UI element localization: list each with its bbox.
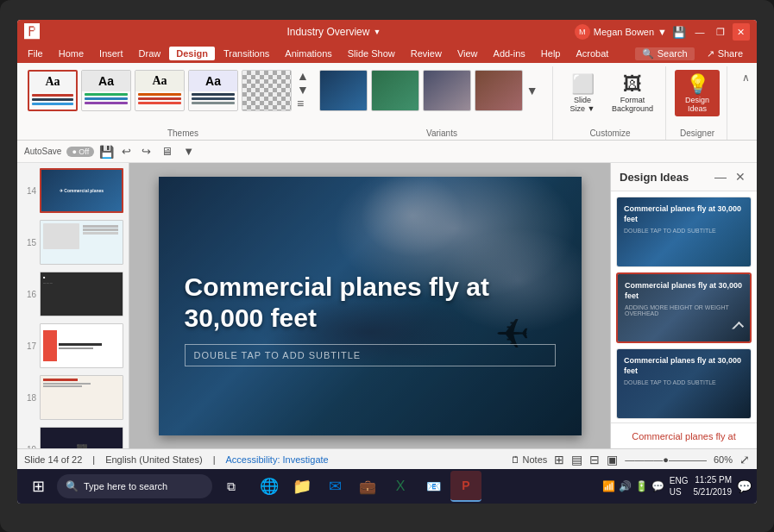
windows-start-button[interactable]: ⊞ bbox=[22, 471, 53, 502]
theme-swatch-3[interactable]: Aa bbox=[135, 70, 185, 111]
notes-button[interactable]: 🗒 Notes bbox=[511, 454, 548, 465]
design-ideas-list: Commercial planes fly at 30,000 feet DOU… bbox=[611, 191, 757, 422]
menu-add-ins[interactable]: Add-ins bbox=[487, 47, 532, 60]
view-slide-sorter-button[interactable]: ⊟ bbox=[589, 453, 600, 466]
menu-animations[interactable]: Animations bbox=[278, 47, 338, 60]
zoom-slider[interactable]: ————●———— bbox=[625, 454, 707, 465]
volume-icon[interactable]: 🔊 bbox=[619, 480, 632, 492]
search-label: Search bbox=[658, 48, 688, 59]
slide-thumb-17[interactable]: 17 bbox=[21, 322, 125, 370]
variant-swatch-1[interactable] bbox=[319, 70, 368, 111]
search-box[interactable]: 🔍 Search bbox=[635, 47, 695, 60]
autosave-toggle[interactable]: ● Off bbox=[66, 147, 94, 157]
redo-button[interactable]: ↪ bbox=[139, 144, 154, 159]
slide-canvas[interactable]: ✈ Commercial planes fly at 30,000 feet D… bbox=[129, 163, 610, 448]
menu-draw[interactable]: Draw bbox=[132, 47, 168, 60]
panel-minimize-button[interactable]: — bbox=[712, 170, 729, 184]
theme-swatch-1[interactable]: Aa bbox=[28, 70, 78, 111]
taskbar-app-explorer[interactable]: 📁 bbox=[286, 471, 318, 502]
variants-group: ▼ bbox=[312, 70, 538, 111]
more-commands[interactable]: ▼ bbox=[180, 144, 197, 159]
slide-subtitle[interactable]: DOUBLE TAP TO ADD SUBTITLE bbox=[194, 350, 546, 360]
menu-insert[interactable]: Insert bbox=[92, 47, 130, 60]
accessibility-status[interactable]: Accessibility: Investigate bbox=[226, 454, 329, 465]
themes-scroll-down[interactable]: ▼ bbox=[297, 84, 309, 96]
design-idea-card-3[interactable]: Commercial planes fly at 30,000 feet DOU… bbox=[616, 348, 752, 419]
format-bg-button[interactable]: 🖼 FormatBackground bbox=[607, 70, 658, 116]
menu-transitions[interactable]: Transitions bbox=[217, 47, 276, 60]
slide-thumb-15[interactable]: 15 bbox=[21, 218, 125, 266]
fit-window-button[interactable]: ⤢ bbox=[739, 453, 750, 466]
save-icon[interactable]: 💾 bbox=[670, 23, 688, 41]
theme-swatch-2[interactable]: Aa bbox=[81, 70, 131, 111]
slide-thumb-18[interactable]: 18 bbox=[21, 373, 125, 422]
menu-design[interactable]: Design bbox=[169, 47, 215, 60]
tray-icons: 📶 🔊 🔋 💬 bbox=[602, 480, 664, 492]
variant-swatch-3[interactable] bbox=[423, 70, 471, 111]
battery-icon[interactable]: 🔋 bbox=[635, 480, 648, 492]
menu-home[interactable]: Home bbox=[52, 47, 91, 60]
variant-swatch-4[interactable] bbox=[475, 70, 523, 111]
themes-more[interactable]: ≡ bbox=[297, 97, 309, 110]
menu-view[interactable]: View bbox=[450, 47, 485, 60]
notification-icon[interactable]: 💬 bbox=[651, 480, 664, 492]
design-ideas-button[interactable]: 💡 DesignIdeas bbox=[675, 70, 720, 116]
slide-thumb-16[interactable]: 16 ■ — — — bbox=[21, 270, 125, 318]
menu-acrobat[interactable]: Acrobat bbox=[569, 47, 615, 60]
slide-subtitle-box[interactable]: DOUBLE TAP TO ADD SUBTITLE bbox=[185, 344, 556, 366]
slide-img-15[interactable] bbox=[40, 220, 123, 265]
undo-button[interactable]: ↩ bbox=[119, 144, 134, 159]
taskbar-search[interactable]: 🔍 bbox=[57, 474, 212, 498]
restore-button[interactable]: ❐ bbox=[712, 23, 729, 41]
slide-thumb-19[interactable]: 19 ⬛⬛⬛⬛ bbox=[21, 425, 125, 448]
theme-swatch-4[interactable]: Aa bbox=[188, 70, 238, 111]
variants-scroll[interactable]: ▼ bbox=[526, 84, 538, 97]
panel-close-button[interactable]: ✕ bbox=[733, 170, 748, 184]
action-center-button[interactable]: 💬 bbox=[737, 479, 752, 493]
task-view-button[interactable]: ⧉ bbox=[216, 471, 247, 502]
design-idea-card-2[interactable]: Commercial planes fly at 30,000 feet ADD… bbox=[616, 272, 752, 343]
menu-file[interactable]: File bbox=[21, 47, 50, 60]
close-button[interactable]: ✕ bbox=[733, 23, 750, 41]
taskbar-app-excel[interactable]: X bbox=[385, 471, 416, 502]
view-normal-button[interactable]: ⊞ bbox=[554, 453, 564, 466]
view-reading-button[interactable]: ▣ bbox=[607, 453, 618, 466]
minimize-button[interactable]: — bbox=[691, 23, 708, 41]
slide-img-18[interactable] bbox=[40, 375, 123, 420]
slide-title[interactable]: Commercial planes fly at 30,000 feet bbox=[185, 272, 556, 334]
taskbar-app-powerpoint[interactable]: P bbox=[450, 471, 481, 502]
slide-thumb-14[interactable]: 14 ✈ Commercial planes bbox=[21, 166, 125, 215]
menu-review[interactable]: Review bbox=[404, 47, 449, 60]
taskbar-app-outlook[interactable]: 📧 bbox=[418, 471, 449, 502]
slide-img-14[interactable]: ✈ Commercial planes bbox=[40, 168, 123, 213]
taskbar-search-icon: 🔍 bbox=[66, 480, 79, 492]
present-icon[interactable]: 🖥 bbox=[159, 144, 175, 159]
design-idea-more[interactable]: Commercial planes fly at bbox=[611, 422, 757, 448]
taskbar-app-teams[interactable]: 💼 bbox=[352, 471, 383, 502]
taskbar-app-mail[interactable]: ✉ bbox=[319, 471, 350, 502]
themes-items: Aa Aa bbox=[28, 66, 545, 127]
taskbar-app-edge[interactable]: 🌐 bbox=[254, 471, 285, 502]
variant-swatch-2[interactable] bbox=[371, 70, 419, 111]
ribbon-collapse-btn[interactable]: ∧ bbox=[729, 66, 753, 140]
idea-text-1: Commercial planes fly at 30,000 feet DOU… bbox=[624, 204, 744, 234]
slide-img-17[interactable] bbox=[40, 323, 123, 368]
menu-slide-show[interactable]: Slide Show bbox=[341, 47, 402, 60]
theme-swatch-5[interactable] bbox=[242, 70, 292, 111]
slide-main-content[interactable]: ✈ Commercial planes fly at 30,000 feet D… bbox=[159, 177, 582, 435]
save-icon[interactable]: 💾 bbox=[99, 145, 114, 159]
slide-size-button[interactable]: ⬜ SlideSize ▼ bbox=[562, 70, 603, 116]
design-idea-card-1[interactable]: Commercial planes fly at 30,000 feet DOU… bbox=[616, 197, 752, 267]
taskbar-search-input[interactable] bbox=[84, 481, 204, 491]
share-button[interactable]: ↗ Share bbox=[696, 45, 753, 63]
menu-help[interactable]: Help bbox=[534, 47, 568, 60]
format-bg-icon: 🖼 bbox=[623, 73, 642, 96]
user-info: M Megan Bowen ▼ bbox=[575, 23, 667, 41]
design-panel-title: Design Ideas bbox=[620, 171, 689, 184]
view-outline-button[interactable]: ▤ bbox=[571, 453, 582, 466]
network-icon[interactable]: 📶 bbox=[602, 480, 615, 492]
customize-items: ⬜ SlideSize ▼ 🖼 FormatBackground bbox=[562, 66, 658, 127]
slide-img-19[interactable]: ⬛⬛⬛⬛ bbox=[40, 427, 123, 448]
themes-scroll-up[interactable]: ▲ bbox=[297, 70, 309, 82]
slide-img-16[interactable]: ■ — — — bbox=[40, 272, 123, 316]
